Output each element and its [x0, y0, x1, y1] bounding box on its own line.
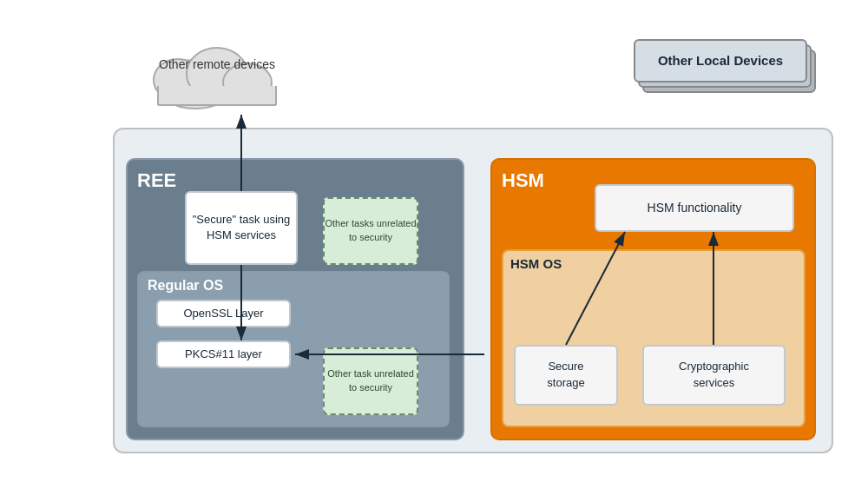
- crypto-text: Cryptographicservices: [679, 359, 749, 390]
- ree-label: REE: [137, 169, 176, 192]
- pkcs-text: PKCS#11 layer: [185, 347, 262, 360]
- local-devices-label: Other Local Devices: [658, 53, 783, 68]
- other-tasks-bottom-text: Other task unrelated to security: [325, 367, 417, 394]
- local-devices-container: Other Local Devices: [634, 39, 825, 104]
- pkcs-box: PKCS#11 layer: [156, 340, 291, 368]
- other-tasks-top-text: Other tasks unrelated to security: [325, 217, 417, 244]
- secure-storage-text: Securestorage: [547, 359, 584, 390]
- hsm-func-text: HSM functionality: [648, 201, 742, 215]
- openssl-box: OpenSSL Layer: [156, 300, 291, 327]
- cloud-shape-container: Other remote devices: [148, 32, 286, 110]
- secure-task-text: "Secure" task using HSM services: [187, 212, 296, 243]
- hsm-os-label: HSM OS: [510, 256, 562, 271]
- crypto-box: Cryptographicservices: [642, 345, 786, 406]
- hsm-label: HSM: [502, 169, 544, 192]
- cloud-text: Other remote devices: [148, 56, 286, 72]
- other-tasks-bottom-box: Other task unrelated to security: [323, 347, 418, 415]
- other-tasks-top-box: Other tasks unrelated to security: [323, 197, 418, 265]
- regular-os-label: Regular OS: [148, 278, 223, 294]
- svg-rect-4: [158, 86, 276, 105]
- openssl-text: OpenSSL Layer: [183, 307, 263, 320]
- diagram-container: Other remote devices Other Local Devices…: [17, 15, 851, 475]
- secure-storage-box: Securestorage: [514, 345, 618, 406]
- card-front: Other Local Devices: [634, 39, 807, 83]
- hsm-func-box: HSM functionality: [595, 184, 794, 232]
- secure-task-box: "Secure" task using HSM services: [185, 191, 298, 265]
